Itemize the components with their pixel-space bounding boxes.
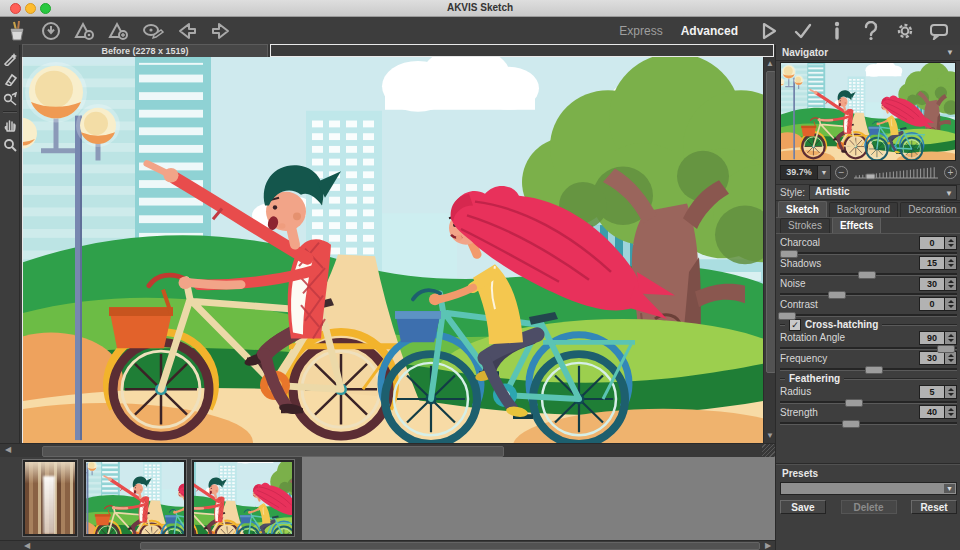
zoom-tool-icon[interactable] xyxy=(1,135,19,155)
zoom-dropdown-icon[interactable]: ▼ xyxy=(818,165,831,180)
presets-select[interactable]: ▼ xyxy=(780,482,957,495)
zoom-in-button[interactable]: + xyxy=(944,166,957,179)
zoom-controls: 39.7% ▼ − + xyxy=(780,164,957,180)
navigator-preview[interactable] xyxy=(780,62,956,161)
maximize-window-button[interactable] xyxy=(40,3,51,14)
navigator-header[interactable]: Navigator ▼ xyxy=(776,45,960,61)
slider-thumb[interactable] xyxy=(780,250,798,258)
slider-thumb[interactable] xyxy=(865,366,883,374)
thumbnail-bike-crop-2[interactable] xyxy=(192,460,294,536)
thumbnail-bike-crop-1[interactable] xyxy=(84,460,186,536)
slider-value-field[interactable]: 0 xyxy=(919,297,945,311)
resize-grip[interactable] xyxy=(762,444,775,457)
delete-preset-button[interactable]: Delete xyxy=(841,500,897,514)
slider-thumb[interactable] xyxy=(845,399,863,407)
slider-spinner[interactable] xyxy=(945,385,957,399)
preferences-gear-button[interactable] xyxy=(892,20,918,42)
print-preview-button[interactable] xyxy=(140,20,166,42)
slider-thumb[interactable] xyxy=(842,420,860,428)
feedback-bubble-button[interactable] xyxy=(926,20,952,42)
undo-button[interactable] xyxy=(174,20,200,42)
slider-value-field[interactable]: 5 xyxy=(919,385,945,399)
slider-track[interactable] xyxy=(780,399,957,406)
slider-value-field[interactable]: 30 xyxy=(919,277,945,291)
tab-strokes[interactable]: Strokes xyxy=(780,218,830,233)
slider-label: Strength xyxy=(780,407,919,418)
tab-effects[interactable]: Effects xyxy=(832,217,881,233)
save-preset-button[interactable]: Save xyxy=(780,500,826,514)
open-image-button[interactable] xyxy=(38,20,64,42)
slider-value-field[interactable]: 30 xyxy=(919,351,945,365)
reset-button[interactable]: Reset xyxy=(911,500,957,514)
slider-thumb[interactable] xyxy=(937,345,955,353)
save-result-button[interactable] xyxy=(72,20,98,42)
style-label: Style: xyxy=(780,187,805,198)
history-brush-tool-icon[interactable] xyxy=(1,89,19,109)
slider-thumb[interactable] xyxy=(828,291,846,299)
group-line xyxy=(780,378,785,380)
slider-value-field[interactable]: 15 xyxy=(919,256,945,270)
mode-advanced-button[interactable]: Advanced xyxy=(681,24,738,38)
settings-panel: Navigator ▼ 39.7% ▼ − + Style: Artistic▼… xyxy=(775,45,960,550)
slider-track[interactable] xyxy=(780,420,957,427)
redo-button[interactable] xyxy=(208,20,234,42)
slider-thumb[interactable] xyxy=(778,312,796,320)
style-dropdown-icon[interactable]: ▼ xyxy=(945,188,953,200)
scroll-left-arrow[interactable]: ◀ xyxy=(2,444,14,456)
about-button[interactable] xyxy=(824,20,850,42)
slider-spinner[interactable] xyxy=(945,236,957,250)
slider-spinner[interactable] xyxy=(945,297,957,311)
group-feathering: Feathering xyxy=(780,372,957,385)
hand-tool-icon[interactable] xyxy=(1,115,19,135)
navigator-collapse-icon[interactable]: ▼ xyxy=(946,48,954,57)
eraser-tool-icon[interactable] xyxy=(1,69,19,89)
slider-spinner[interactable] xyxy=(945,256,957,270)
slider-spinner[interactable] xyxy=(945,405,957,419)
navigator-title: Navigator xyxy=(782,47,828,58)
slider-value-field[interactable]: 0 xyxy=(919,236,945,250)
slider-track[interactable] xyxy=(780,345,957,352)
cross-hatching-checkbox[interactable]: ✓ xyxy=(789,319,801,331)
slider-spinner[interactable] xyxy=(945,351,957,365)
slider-label: Frequency xyxy=(780,353,919,364)
canvas-image[interactable] xyxy=(22,57,764,443)
close-window-button[interactable] xyxy=(10,3,21,14)
slider-value-field[interactable]: 40 xyxy=(919,405,945,419)
group-line xyxy=(844,378,957,380)
style-select[interactable]: Artistic▼ xyxy=(809,185,957,200)
filmstrip-scroll-thumb[interactable] xyxy=(140,542,760,550)
slider-track[interactable] xyxy=(780,291,957,298)
filmstrip-scroll-left-arrow[interactable]: ◀ xyxy=(22,541,32,550)
thumbnail-forest-photo[interactable] xyxy=(23,460,77,536)
slider-track[interactable] xyxy=(780,366,957,373)
tab-background[interactable]: Background xyxy=(829,202,898,217)
presets-dropdown-icon[interactable]: ▼ xyxy=(944,484,955,493)
zoom-slider[interactable] xyxy=(852,165,940,180)
quick-preview-tool-icon[interactable] xyxy=(1,49,19,69)
apply-button[interactable] xyxy=(790,20,816,42)
tab-before[interactable]: Before (2278 x 1519) xyxy=(22,44,268,57)
tab-decoration[interactable]: Decoration xyxy=(900,202,960,217)
slider-track[interactable] xyxy=(780,250,957,257)
run-button[interactable] xyxy=(756,20,782,42)
hscroll-thumb[interactable] xyxy=(42,446,504,457)
export-share-button[interactable] xyxy=(106,20,132,42)
zoom-value-field[interactable]: 39.7% xyxy=(780,165,818,180)
slider-value-field[interactable]: 90 xyxy=(919,331,945,345)
filmstrip-scroll-right-arrow[interactable]: ▶ xyxy=(763,541,773,550)
zoom-slider-thumb[interactable] xyxy=(866,174,875,179)
canvas-horizontal-scrollbar[interactable]: ◀ xyxy=(0,443,775,457)
help-button[interactable] xyxy=(858,20,884,42)
mode-express-button[interactable]: Express xyxy=(619,24,662,38)
tab-sketch[interactable]: Sketch xyxy=(778,201,827,217)
slider-spinner[interactable] xyxy=(945,277,957,291)
slider-spinner[interactable] xyxy=(945,331,957,345)
slider-control-noise: Noise30 xyxy=(780,277,957,298)
slider-track[interactable] xyxy=(780,312,957,319)
slider-thumb[interactable] xyxy=(858,271,876,279)
slider-track[interactable] xyxy=(780,271,957,278)
zoom-out-button[interactable]: − xyxy=(835,166,848,179)
slider-control-frequency: Frequency30 xyxy=(780,352,957,373)
minimize-window-button[interactable] xyxy=(25,3,36,14)
filmstrip-scrollbar[interactable]: ◀ ▶ xyxy=(0,540,775,550)
